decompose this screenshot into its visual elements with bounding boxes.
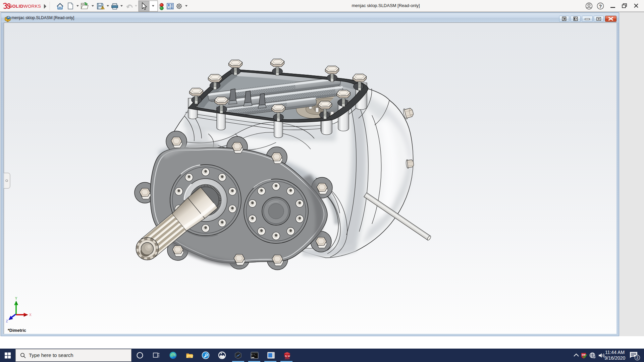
svg-text:?: ? [599, 4, 602, 9]
svg-text:SW: SW [582, 354, 586, 356]
svg-text:C:\_: C:\_ [252, 354, 256, 356]
svg-text:Z: Z [6, 319, 8, 323]
svg-text:X: X [29, 313, 32, 317]
svg-text:Y: Y [15, 297, 17, 300]
svg-text:3: 3 [636, 356, 638, 360]
svg-text:2020: 2020 [285, 357, 290, 359]
